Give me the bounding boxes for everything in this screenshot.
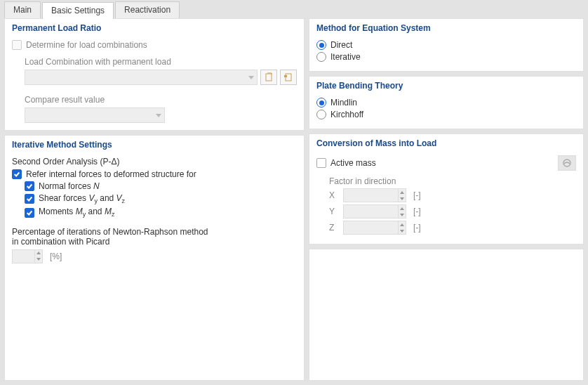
checkbox-active-mass[interactable] xyxy=(316,158,326,168)
panel-title: Permanent Load Ratio xyxy=(12,23,297,34)
radio-equation-direct[interactable] xyxy=(316,40,326,50)
label-determine-load-combinations: Determine for load combinations xyxy=(26,40,147,50)
label-factor-in-direction: Factor in direction xyxy=(329,176,576,186)
checkbox-determine-load-combinations[interactable] xyxy=(12,40,22,50)
panel-title: Plate Bending Theory xyxy=(316,81,576,92)
btn-mass-settings[interactable] xyxy=(558,155,576,171)
label-axis-x: X xyxy=(329,190,339,200)
label-shear-forces: Shear forces Vy and Vz xyxy=(39,193,125,204)
unit-factor-z: [-] xyxy=(413,223,421,233)
label-axis-y: Y xyxy=(329,207,339,216)
label-plate-mindlin: Mindlin xyxy=(330,98,357,107)
radio-plate-kirchhoff[interactable] xyxy=(316,110,326,119)
unit-factor-y: [-] xyxy=(413,207,421,216)
input-factor-y[interactable] xyxy=(343,204,406,218)
label-normal-forces: Normal forces N xyxy=(39,181,100,191)
unit-factor-x: [-] xyxy=(413,190,421,200)
label-active-mass: Active mass xyxy=(330,158,376,168)
tab-reactivation[interactable]: Reactivation xyxy=(115,1,180,18)
label-percent-iterations-line2: in combination with Picard xyxy=(12,237,297,247)
btn-new-load-combination[interactable] xyxy=(260,70,277,85)
checkbox-shear-forces[interactable] xyxy=(25,194,34,204)
tab-main[interactable]: Main xyxy=(4,1,41,18)
panel-empty xyxy=(309,249,584,381)
label-percent-iterations-line1: Percentage of iterations of Newton-Raphs… xyxy=(12,227,297,237)
label-refer-internal-forces: Refer internal forces to deformed struct… xyxy=(26,169,196,179)
checkbox-moments[interactable] xyxy=(25,208,34,218)
unit-percent: [%] xyxy=(50,252,62,261)
panel-plate-bending-theory: Plate Bending Theory Mindlin Kirchhoff xyxy=(309,76,584,129)
panel-permanent-load-ratio: Permanent Load Ratio Determine for load … xyxy=(4,18,305,131)
checkbox-refer-internal-forces[interactable] xyxy=(12,169,22,179)
tab-bar: Main Basic Settings Reactivation xyxy=(0,0,588,18)
tab-basic-settings[interactable]: Basic Settings xyxy=(42,2,114,19)
radio-plate-mindlin[interactable] xyxy=(316,98,326,107)
svg-rect-0 xyxy=(266,74,272,81)
btn-pick-load-combination[interactable] xyxy=(280,70,297,85)
select-load-combination[interactable] xyxy=(25,70,258,85)
input-factor-z[interactable] xyxy=(343,221,406,235)
label-plate-kirchhoff: Kirchhoff xyxy=(330,110,363,119)
select-compare-result-value[interactable] xyxy=(25,107,165,123)
label-axis-z: Z xyxy=(329,223,339,233)
checkbox-normal-forces[interactable] xyxy=(25,181,34,191)
label-moments: Moments My and Mz xyxy=(39,207,114,218)
label-equation-iterative: Iterative xyxy=(330,52,361,62)
label-equation-direct: Direct xyxy=(330,40,352,50)
panel-equation-system: Method for Equation System Direct Iterat… xyxy=(309,18,584,72)
radio-equation-iterative[interactable] xyxy=(316,52,326,62)
panel-title: Iterative Method Settings xyxy=(12,140,297,151)
label-lc-permanent-load: Load Combination with permanent load xyxy=(25,57,297,67)
panel-title: Method for Equation System xyxy=(316,23,576,34)
input-percent-iterations[interactable] xyxy=(12,249,43,263)
panel-iterative-method-settings: Iterative Method Settings Second Order A… xyxy=(4,135,305,381)
label-compare-result-value: Compare result value xyxy=(25,95,297,105)
input-factor-x[interactable] xyxy=(343,188,406,202)
panel-title: Conversion of Mass into Load xyxy=(316,138,576,150)
label-second-order-analysis: Second Order Analysis (P-Δ) xyxy=(12,157,297,167)
svg-rect-2 xyxy=(284,75,287,77)
panel-conversion-mass-load: Conversion of Mass into Load Active mass… xyxy=(309,133,584,244)
